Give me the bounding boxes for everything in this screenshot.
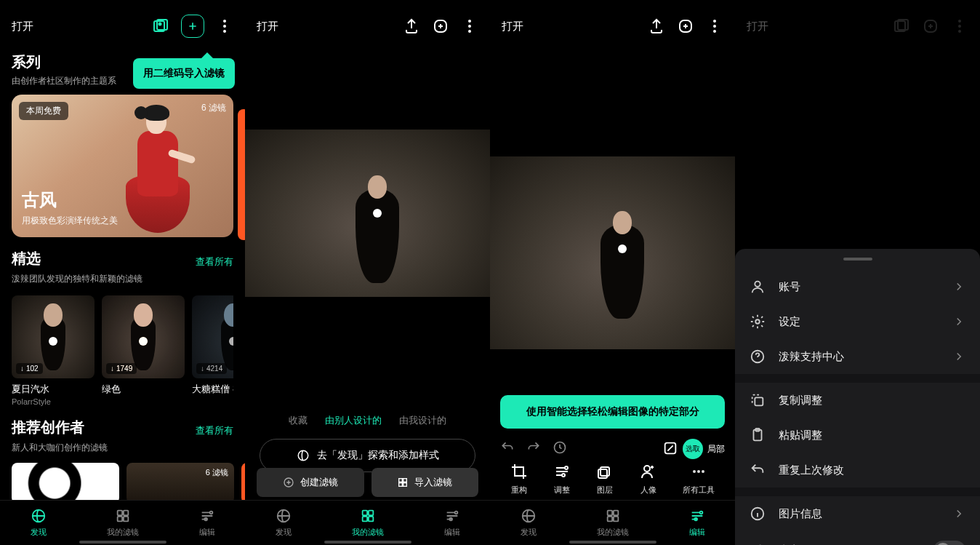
- histogram-toggle[interactable]: [933, 541, 965, 545]
- export-icon[interactable]: [403, 17, 420, 35]
- settings-support[interactable]: 泼辣支持中心: [735, 339, 980, 374]
- tool-adjust[interactable]: 调整: [553, 463, 571, 496]
- tool-crop[interactable]: 重构: [510, 463, 528, 496]
- svg-rect-11: [399, 479, 403, 482]
- svg-point-32: [702, 470, 704, 473]
- creator-card[interactable]: 6 滤镜: [126, 463, 234, 504]
- nav-edit[interactable]: 编辑: [199, 508, 215, 538]
- settings-image-info[interactable]: 图片信息: [735, 496, 980, 531]
- row-label: 设定: [779, 315, 800, 329]
- editor-preview[interactable]: [490, 156, 735, 349]
- creator-card[interactable]: [12, 463, 119, 504]
- svg-point-7: [209, 512, 212, 514]
- svg-rect-17: [368, 511, 372, 515]
- filter-card[interactable]: ↓ 4214 大糖糕僧 初: [192, 295, 233, 406]
- svg-rect-35: [613, 511, 617, 515]
- import-filter-button[interactable]: 导入滤镜: [371, 468, 479, 497]
- tool-portrait[interactable]: 人像: [640, 463, 657, 496]
- tab-by-me[interactable]: 由我设计的: [399, 411, 446, 430]
- nav-discover[interactable]: 发现: [31, 508, 47, 538]
- settings-account[interactable]: 账号: [735, 269, 980, 304]
- smart-select-tip: 使用智能选择轻松编辑图像的特定部分: [500, 395, 725, 429]
- nav-label: 编辑: [199, 527, 215, 538]
- open-button[interactable]: 打开: [257, 20, 278, 33]
- svg-rect-28: [598, 469, 607, 478]
- download-count: ↓ 1749: [106, 363, 137, 374]
- nav-discover[interactable]: 发现: [276, 508, 292, 538]
- nav-my-filters[interactable]: 我的滤镜: [107, 508, 139, 538]
- nav-label: 发现: [276, 527, 292, 538]
- svg-rect-34: [607, 511, 611, 515]
- settings-redo-last[interactable]: 重复上次修改: [735, 453, 980, 488]
- row-label: 图片信息: [779, 507, 822, 521]
- settings-histogram[interactable]: 直方图: [735, 531, 980, 545]
- settings-copy-adjust[interactable]: 复制调整: [735, 383, 980, 418]
- next-card-peek[interactable]: [238, 109, 245, 240]
- sheet-handle[interactable]: [843, 258, 872, 260]
- filter-name: 绿色: [102, 383, 185, 396]
- featured-see-all[interactable]: 查看所有: [196, 255, 233, 268]
- nav-edit[interactable]: 编辑: [444, 508, 460, 538]
- svg-rect-12: [403, 479, 407, 482]
- tab-by-others[interactable]: 由别人设计的: [325, 411, 382, 430]
- tool-layers[interactable]: 图层: [596, 463, 614, 496]
- create-filter-button[interactable]: 创建滤镜: [257, 468, 364, 497]
- nav-label: 我的滤镜: [352, 527, 384, 538]
- history-icon[interactable]: [553, 440, 567, 458]
- filter-count-badge: 6 滤镜: [201, 102, 226, 114]
- mask-icon[interactable]: [662, 440, 678, 458]
- add-button[interactable]: [181, 15, 204, 38]
- redo-icon[interactable]: [526, 440, 541, 458]
- row-label: 复制调整: [779, 394, 822, 407]
- tool-all[interactable]: 所有工具: [683, 463, 715, 496]
- undo-icon[interactable]: [500, 440, 515, 458]
- filter-card[interactable]: ↓ 102 夏日汽水 PolarrStyle: [12, 295, 95, 406]
- open-button[interactable]: 打开: [502, 20, 523, 33]
- filter-card[interactable]: ↓ 1749 绿色: [102, 295, 185, 406]
- svg-rect-27: [601, 467, 609, 476]
- tab-favorites[interactable]: 收藏: [289, 411, 308, 430]
- row-label: 粘贴调整: [779, 429, 822, 442]
- svg-rect-37: [613, 517, 617, 521]
- download-count: ↓ 102: [16, 363, 43, 374]
- nav-my-filters[interactable]: 我的滤镜: [597, 508, 629, 538]
- nav-label: 我的滤镜: [597, 527, 629, 538]
- home-indicator: [79, 541, 166, 544]
- row-label: 泼辣支持中心: [779, 350, 844, 364]
- svg-rect-19: [368, 517, 372, 521]
- svg-rect-14: [403, 483, 407, 487]
- settings-sheet: 账号 设定 泼辣支持中心 复制调整 粘贴调整 重复上次修改 图片信息 直方图: [735, 249, 980, 545]
- more-menu-icon[interactable]: [216, 17, 233, 35]
- svg-point-2: [159, 23, 161, 25]
- import-filter-label: 导入滤镜: [414, 476, 452, 489]
- nav-label: 我的滤镜: [107, 527, 139, 538]
- chevron-right-icon: [952, 280, 965, 293]
- svg-rect-6: [123, 517, 127, 521]
- add-icon: [922, 17, 939, 35]
- settings-paste-adjust[interactable]: 粘贴调整: [735, 418, 980, 453]
- more-menu-icon[interactable]: [706, 17, 723, 35]
- nav-discover[interactable]: 发现: [521, 508, 537, 538]
- svg-rect-5: [117, 517, 121, 521]
- export-icon[interactable]: [648, 17, 665, 35]
- editor-preview[interactable]: [245, 130, 490, 297]
- open-button[interactable]: 打开: [12, 20, 33, 33]
- nav-edit[interactable]: 编辑: [689, 508, 705, 538]
- image-icon: [893, 17, 910, 35]
- tool-label: 人像: [640, 485, 656, 496]
- featured-subtitle: 泼辣团队发现的独特和新颖的滤镜: [12, 273, 233, 285]
- add-icon[interactable]: [677, 17, 694, 35]
- more-menu-icon[interactable]: [461, 17, 478, 35]
- tool-label: 调整: [554, 485, 570, 496]
- svg-point-20: [454, 512, 457, 514]
- image-icon[interactable]: [152, 17, 169, 35]
- settings-prefs[interactable]: 设定: [735, 304, 980, 339]
- series-hero-card[interactable]: 本周免费 6 滤镜 古风 用极致色彩演绎传统之美: [12, 95, 233, 237]
- svg-point-26: [562, 474, 565, 477]
- svg-point-30: [693, 470, 696, 473]
- creators-see-all[interactable]: 查看所有: [196, 424, 233, 437]
- select-bubble[interactable]: 选取: [683, 439, 703, 459]
- add-icon[interactable]: [432, 17, 449, 35]
- nav-my-filters[interactable]: 我的滤镜: [352, 508, 384, 538]
- svg-point-29: [644, 466, 650, 472]
